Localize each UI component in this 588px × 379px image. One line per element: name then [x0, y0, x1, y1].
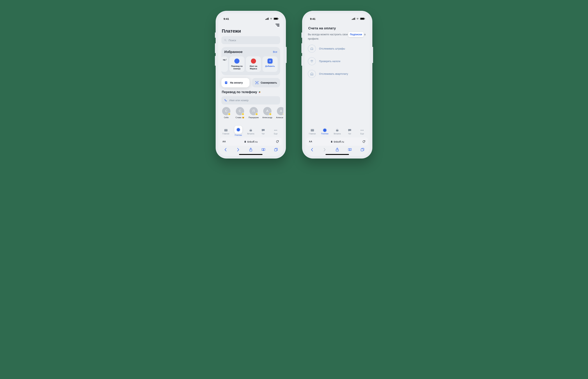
phone-icon: [224, 99, 227, 102]
battery-icon: [360, 18, 365, 20]
qr-scan-icon: [255, 81, 259, 85]
reader-aa-icon[interactable]: AA: [222, 140, 226, 143]
payments-active-icon: [323, 129, 326, 132]
contacts-row: С Себе С Слава 🐱 П Передержк А Александр…: [220, 107, 282, 119]
bill-track-fines[interactable]: Отслеживать штрафы: [308, 45, 366, 53]
chat-icon: [348, 128, 352, 132]
bills-title: Счета на оплату: [308, 26, 366, 30]
house-icon: [308, 70, 316, 78]
pay-bills-button[interactable]: На оплату: [222, 78, 250, 87]
more-icon: [360, 128, 364, 132]
browser-share-button[interactable]: [335, 147, 340, 152]
plus-icon: [268, 59, 272, 63]
reader-aa-icon[interactable]: AA: [309, 140, 312, 143]
browser-host: tinkoff.ru: [334, 140, 344, 143]
more-icon: [274, 128, 278, 132]
contact-item[interactable]: А Александр: [275, 107, 283, 119]
bill-track-rent[interactable]: Отслеживать квартплату: [308, 70, 366, 78]
page-title: Платежи: [222, 29, 280, 34]
favorite-add-button[interactable]: Добавить: [262, 56, 278, 72]
contact-avatar: А: [263, 107, 271, 115]
search-input[interactable]: Поиск: [222, 36, 280, 44]
tab-more[interactable]: Еще: [357, 128, 367, 135]
app-tab-bar: Главная Платежи Витрина Чат: [218, 126, 283, 137]
wallet-icon: [310, 128, 314, 132]
browser-tabs-button[interactable]: [273, 147, 279, 152]
app-tab-bar: Главная Платежи Витрина Чат: [305, 126, 370, 137]
contact-avatar: А: [277, 107, 283, 115]
svg-point-1: [224, 39, 226, 41]
svg-point-9: [275, 130, 276, 131]
tab-payments[interactable]: Платежи: [233, 127, 244, 136]
browser-forward-button[interactable]: [236, 147, 241, 152]
svg-point-15: [311, 49, 311, 49]
tab-showcase[interactable]: Витрина: [245, 128, 256, 135]
favorite-item[interactable]: Перевод по номеру: [229, 56, 244, 72]
browser-bookmarks-button[interactable]: [261, 147, 266, 152]
scan-button[interactable]: Сканировать: [252, 78, 280, 87]
svg-rect-3: [225, 81, 227, 84]
car-icon: [308, 45, 316, 53]
svg-rect-4: [225, 82, 227, 82]
tab-payments[interactable]: Платежи: [319, 128, 330, 135]
browser-back-button[interactable]: [223, 147, 228, 152]
svg-rect-7: [224, 130, 227, 130]
svg-point-19: [361, 130, 361, 131]
bill-check-taxes[interactable]: Проверять налоги: [308, 57, 366, 65]
favorites-title: Избранное: [224, 50, 243, 54]
browser-toolbar: [305, 146, 370, 154]
browser-bookmarks-button[interactable]: [347, 147, 352, 152]
browser-address-bar[interactable]: AA tinkoff.ru: [220, 137, 282, 146]
svg-line-2: [226, 41, 226, 41]
favorite-item[interactable]: од /: [221, 56, 228, 72]
svg-rect-5: [256, 82, 257, 83]
svg-point-16: [312, 49, 313, 49]
svg-rect-24: [361, 149, 363, 151]
status-time: 9:41: [310, 17, 316, 20]
tab-chat[interactable]: Чат: [258, 128, 269, 135]
tab-chat[interactable]: Чат: [344, 128, 355, 135]
basket-icon: [335, 128, 339, 132]
svg-point-0: [271, 19, 271, 20]
contact-item[interactable]: А Александр: [261, 107, 274, 119]
cellular-icon: [265, 18, 269, 20]
tab-showcase[interactable]: Витрина: [332, 128, 343, 135]
wifi-icon: [356, 18, 359, 20]
home-indicator[interactable]: [326, 154, 349, 155]
reload-icon[interactable]: [276, 140, 279, 143]
home-indicator[interactable]: [239, 154, 262, 155]
menu-icon[interactable]: [275, 24, 279, 27]
tab-home[interactable]: Главная: [221, 128, 231, 135]
status-bar: 9:41: [305, 13, 370, 22]
contact-item[interactable]: С Себе: [220, 107, 233, 119]
svg-rect-22: [331, 142, 332, 142]
browser-share-button[interactable]: [248, 147, 253, 152]
browser-tabs-button[interactable]: [360, 147, 365, 152]
favorite-dot-icon: [251, 59, 256, 63]
eagle-icon: [308, 57, 316, 65]
favorites-card: Избранное Все од / Перевод по номеру Ине…: [222, 47, 280, 75]
contact-item[interactable]: С Слава 🐱: [234, 107, 246, 119]
tab-more[interactable]: Еще: [270, 128, 281, 135]
favorites-all-link[interactable]: Все: [273, 50, 277, 53]
favorite-item[interactable]: Инет на Маркса: [246, 56, 261, 72]
payments-active-icon: [237, 128, 240, 131]
contact-item[interactable]: П Передержк: [247, 107, 260, 119]
phone-transfer-input[interactable]: Имя или номер: [222, 96, 280, 105]
tab-home[interactable]: Главная: [307, 128, 318, 135]
wallet-icon: [224, 128, 228, 132]
browser-back-button[interactable]: [309, 147, 315, 152]
favorite-dot-icon: [234, 59, 239, 63]
battery-icon: [274, 18, 278, 20]
browser-toolbar: [218, 146, 283, 154]
svg-rect-11: [244, 142, 246, 142]
browser-address-bar[interactable]: AA tinkoff.ru: [306, 137, 368, 146]
status-time: 9:41: [223, 17, 229, 20]
lock-icon: [244, 140, 246, 143]
browser-forward-button: [322, 147, 327, 152]
reload-icon[interactable]: [362, 140, 366, 143]
subscriptions-chip[interactable]: Подписки: [349, 32, 364, 37]
receipt-icon: [224, 81, 228, 85]
cellular-icon: [352, 18, 355, 20]
contact-avatar: П: [250, 107, 258, 115]
